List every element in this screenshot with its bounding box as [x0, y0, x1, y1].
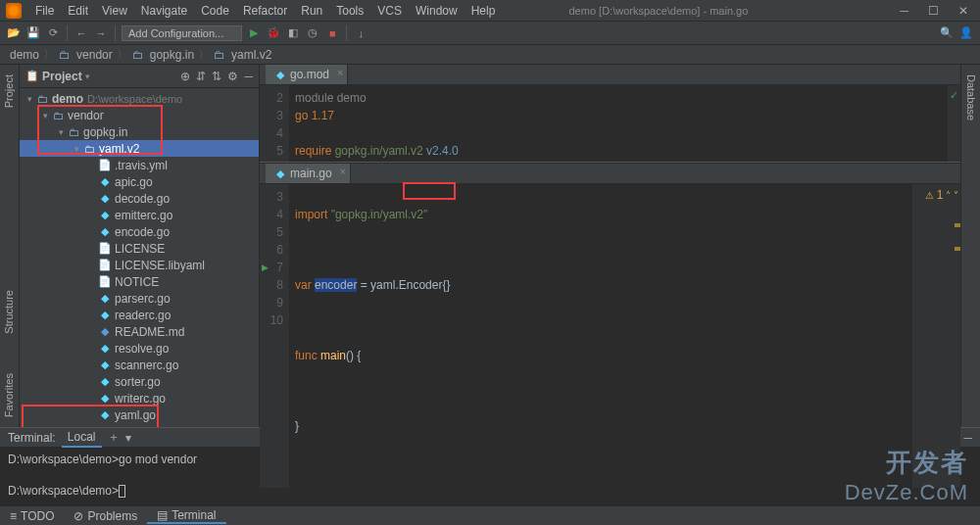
vcs-update-icon[interactable]: ↓	[353, 25, 368, 41]
tree-node-yaml-v2[interactable]: ▾🗀yaml.v2	[20, 140, 259, 157]
menu-file[interactable]: File	[29, 2, 60, 20]
maximize-button[interactable]: ☐	[922, 2, 945, 20]
target-icon[interactable]: ⊕	[180, 70, 190, 83]
tree-file[interactable]: ◆sorter.go	[20, 373, 259, 390]
code-body[interactable]: module demogo 1.17 require gopkg.in/yaml…	[289, 85, 947, 162]
menu-refactor[interactable]: Refactor	[237, 2, 293, 20]
collapse-icon[interactable]: ⇅	[212, 70, 221, 83]
tree-file[interactable]: 📄.travis.yml	[20, 157, 259, 173]
menu-tools[interactable]: Tools	[330, 2, 369, 20]
folder-icon: 🗀	[59, 48, 71, 62]
separator	[115, 25, 116, 41]
close-tab-icon[interactable]: ×	[337, 68, 343, 78]
menu-view[interactable]: View	[96, 2, 133, 20]
tab-go-mod[interactable]: ◆go.mod×	[266, 65, 348, 84]
code-body[interactable]: import "gopkg.in/yaml.v2" var encoder = …	[289, 184, 911, 488]
back-icon[interactable]: ←	[74, 25, 89, 41]
tree-node-gopkg[interactable]: ▾🗀gopkg.in	[20, 123, 259, 140]
tree-node-root[interactable]: ▾🗀demoD:\workspace\demo	[20, 90, 259, 107]
separator	[67, 25, 68, 41]
run-config-dropdown[interactable]: Add Configuration...	[122, 25, 242, 41]
window-title: demo [D:\workspace\demo] - main.go	[422, 5, 894, 17]
titlebar: File Edit View Navigate Code Refactor Ru…	[0, 0, 980, 22]
project-tool-window: 📋 Project ▾ ⊕ ⇵ ⇅ ⚙ ─ ▾🗀demoD:\workspace…	[20, 65, 260, 427]
editor-tabs-bottom: ◆main.go×	[260, 164, 960, 184]
tree-file[interactable]: 📄NOTICE	[20, 273, 259, 290]
project-header: 📋 Project ▾ ⊕ ⇵ ⇅ ⚙ ─	[20, 65, 259, 88]
tree-file[interactable]: 📄LICENSE	[20, 240, 259, 257]
structure-tool-button[interactable]: Structure	[3, 290, 15, 334]
editor-stripe: ✓	[947, 85, 960, 162]
tree-file[interactable]: ◆yaml.go	[20, 406, 259, 423]
project-icon: 📋	[25, 70, 39, 82]
reload-icon[interactable]: ⟳	[45, 25, 61, 41]
sb-terminal[interactable]: ▤ Terminal	[147, 508, 225, 524]
menu-edit[interactable]: Edit	[62, 2, 94, 20]
left-tool-stripe: Project Structure Favorites	[0, 65, 20, 427]
terminal-tab-local[interactable]: Local	[62, 428, 102, 448]
forward-icon[interactable]: →	[93, 25, 109, 41]
hide-icon[interactable]: ─	[244, 70, 253, 83]
expand-icon[interactable]: ⇵	[196, 70, 206, 83]
terminal-label: Terminal:	[8, 431, 56, 445]
dropdown-icon[interactable]: ▾	[82, 72, 94, 81]
tree-file[interactable]: ◆yamlh.go	[20, 423, 259, 427]
tree-node-vendor[interactable]: ▾🗀vendor	[20, 107, 259, 123]
check-icon: ✓	[950, 89, 958, 102]
hide-icon[interactable]: ─	[963, 431, 972, 445]
tree-file[interactable]: ◆apic.go	[20, 173, 259, 190]
ide-settings-icon[interactable]: 👤	[958, 25, 974, 41]
editor-stripe: ⚠ 1 ˄ ˅	[911, 184, 960, 488]
run-icon[interactable]: ▶	[246, 25, 262, 41]
separator	[346, 25, 347, 41]
status-bar: ≡ TODO ⊘ Problems ▤ Terminal	[0, 505, 980, 525]
favorites-tool-button[interactable]: Favorites	[3, 373, 15, 417]
tab-main-go[interactable]: ◆main.go×	[266, 164, 351, 183]
menu-vcs[interactable]: VCS	[371, 2, 408, 20]
tree-file[interactable]: ◆parserc.go	[20, 290, 259, 307]
sb-todo[interactable]: ≡ TODO	[0, 509, 64, 523]
project-tree[interactable]: ▾🗀demoD:\workspace\demo ▾🗀vendor ▾🗀gopkg…	[20, 88, 259, 427]
crumb-vendor[interactable]: vendor	[76, 48, 113, 62]
warning-badge[interactable]: ⚠ 1 ˄ ˅	[925, 188, 958, 202]
menu-code[interactable]: Code	[195, 2, 235, 20]
menu-navigate[interactable]: Navigate	[135, 2, 193, 20]
minimize-button[interactable]: ─	[894, 2, 914, 20]
editor-go-mod[interactable]: 23456 module demogo 1.17 require gopkg.i…	[260, 85, 960, 162]
menu-run[interactable]: Run	[295, 2, 328, 20]
tree-file[interactable]: 📄LICENSE.libyaml	[20, 257, 259, 273]
crumb-gopkg[interactable]: gopkg.in	[150, 48, 194, 62]
crumb-demo[interactable]: demo	[10, 48, 39, 62]
highlight-box-import	[403, 182, 456, 200]
crumb-yaml[interactable]: yaml.v2	[231, 48, 271, 62]
tree-file[interactable]: ◆writerc.go	[20, 390, 259, 406]
gutter: 23456	[260, 85, 289, 162]
settings-icon[interactable]: ⚙	[227, 70, 238, 83]
debug-icon[interactable]: 🐞	[266, 25, 281, 41]
profiler-icon[interactable]: ◷	[305, 25, 320, 41]
tree-file[interactable]: ◆decode.go	[20, 190, 259, 207]
tree-file[interactable]: ◆encode.go	[20, 223, 259, 240]
tree-file[interactable]: ◆emitterc.go	[20, 207, 259, 223]
sb-problems[interactable]: ⊘ Problems	[64, 509, 147, 523]
save-icon[interactable]: 💾	[25, 25, 41, 41]
terminal-dropdown-icon[interactable]: ▾	[125, 431, 131, 445]
close-tab-icon[interactable]: ×	[340, 167, 346, 177]
tree-file[interactable]: ◆readerc.go	[20, 307, 259, 323]
run-gutter-icon[interactable]: ▶	[262, 259, 269, 276]
tree-file[interactable]: ◆README.md	[20, 323, 259, 340]
editor-main-go[interactable]: 345678910 ▶ import "gopkg.in/yaml.v2" va…	[260, 184, 960, 488]
new-terminal-icon[interactable]: ＋	[108, 429, 120, 446]
main-toolbar: 📂 💾 ⟳ ← → Add Configuration... ▶ 🐞 ◧ ◷ ■…	[0, 22, 980, 45]
terminal-prompt: D:\workspace\demo>	[8, 484, 119, 498]
coverage-icon[interactable]: ◧	[285, 25, 301, 41]
project-tool-button[interactable]: Project	[3, 74, 15, 108]
terminal-cursor	[119, 485, 125, 498]
search-icon[interactable]: 🔍	[939, 25, 955, 41]
database-tool-button[interactable]: Database	[965, 74, 977, 120]
stop-icon[interactable]: ■	[324, 25, 340, 41]
close-button[interactable]: ✕	[953, 2, 974, 20]
tree-file[interactable]: ◆scannerc.go	[20, 357, 259, 373]
tree-file[interactable]: ◆resolve.go	[20, 340, 259, 357]
open-icon[interactable]: 📂	[6, 25, 22, 41]
